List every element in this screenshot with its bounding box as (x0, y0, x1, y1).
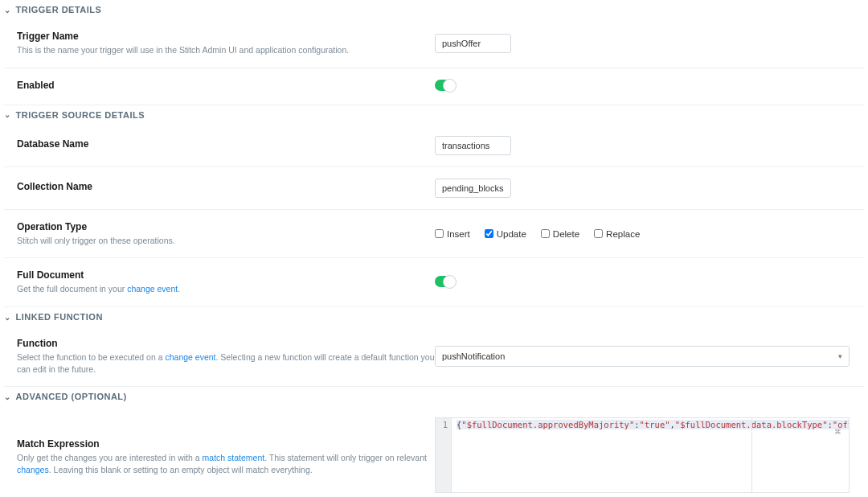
operation-replace-label: Replace (606, 229, 640, 239)
collection-name-input[interactable] (435, 179, 511, 198)
editor-wrap-icon: ⌘ (835, 426, 841, 437)
operation-delete[interactable]: Delete (541, 229, 579, 239)
match-expression-editor[interactable]: 1 {"$fullDocument.approvedByMajority":"t… (435, 417, 850, 493)
enabled-toggle[interactable] (435, 80, 456, 91)
database-name-input[interactable] (435, 136, 511, 155)
operation-delete-label: Delete (553, 229, 579, 239)
database-name-label: Database Name (17, 138, 435, 150)
changes-link[interactable]: changes (17, 465, 49, 474)
trigger-name-label: Trigger Name (17, 31, 435, 42)
chevron-down-icon: ⌄ (4, 110, 11, 119)
section-advanced[interactable]: ⌄ ADVANCED (OPTIONAL) (4, 387, 864, 406)
operation-update-checkbox[interactable] (485, 229, 493, 238)
operation-update-label: Update (497, 229, 526, 239)
match-expression-label: Match Expression (17, 438, 435, 450)
match-expression-hint: Only get the changes you are interested … (17, 452, 435, 475)
function-label: Function (17, 338, 435, 349)
editor-code[interactable]: {"$fullDocument.approvedByMajority":"tru… (452, 418, 849, 492)
chevron-down-icon: ▾ (838, 352, 842, 360)
section-title: TRIGGER SOURCE DETAILS (16, 110, 145, 120)
function-hint: Select the function to be executed on a … (17, 351, 435, 375)
section-title: TRIGGER DETAILS (16, 5, 102, 14)
operation-insert-checkbox[interactable] (435, 229, 444, 238)
operation-type-hint: Stitch will only trigger on these operat… (17, 235, 435, 247)
operation-update[interactable]: Update (485, 229, 526, 239)
operation-insert-label: Insert (447, 229, 470, 239)
section-trigger-source-details[interactable]: ⌄ TRIGGER SOURCE DETAILS (4, 105, 864, 125)
full-document-hint: Get the full document in your change eve… (17, 283, 435, 295)
section-linked-function[interactable]: ⌄ LINKED FUNCTION (4, 307, 864, 327)
section-title: LINKED FUNCTION (16, 312, 103, 322)
operation-replace[interactable]: Replace (594, 229, 640, 239)
chevron-down-icon: ⌄ (4, 6, 11, 14)
chevron-down-icon: ⌄ (4, 392, 11, 401)
operation-insert[interactable]: Insert (435, 229, 470, 239)
operation-type-options: Insert Update Delete Replace (435, 229, 864, 239)
change-event-link[interactable]: change event (165, 352, 215, 362)
collection-name-label: Collection Name (17, 181, 435, 192)
trigger-name-input[interactable] (435, 34, 511, 53)
function-select[interactable]: pushNotification ▾ (435, 346, 850, 367)
change-event-link[interactable]: change event (127, 284, 178, 294)
operation-replace-checkbox[interactable] (594, 229, 603, 238)
operation-type-label: Operation Type (17, 221, 435, 232)
match-statement-link[interactable]: match statement (203, 453, 265, 462)
chevron-down-icon: ⌄ (4, 313, 11, 322)
section-trigger-details[interactable]: ⌄ TRIGGER DETAILS (4, 0, 864, 19)
full-document-toggle[interactable] (435, 276, 456, 287)
function-selected: pushNotification (442, 351, 505, 361)
full-document-label: Full Document (17, 269, 435, 281)
operation-delete-checkbox[interactable] (541, 229, 550, 238)
editor-gutter: 1 (436, 418, 452, 492)
enabled-label: Enabled (17, 80, 435, 91)
trigger-name-hint: This is the name your trigger will use i… (17, 44, 435, 56)
section-title: ADVANCED (OPTIONAL) (16, 392, 127, 401)
